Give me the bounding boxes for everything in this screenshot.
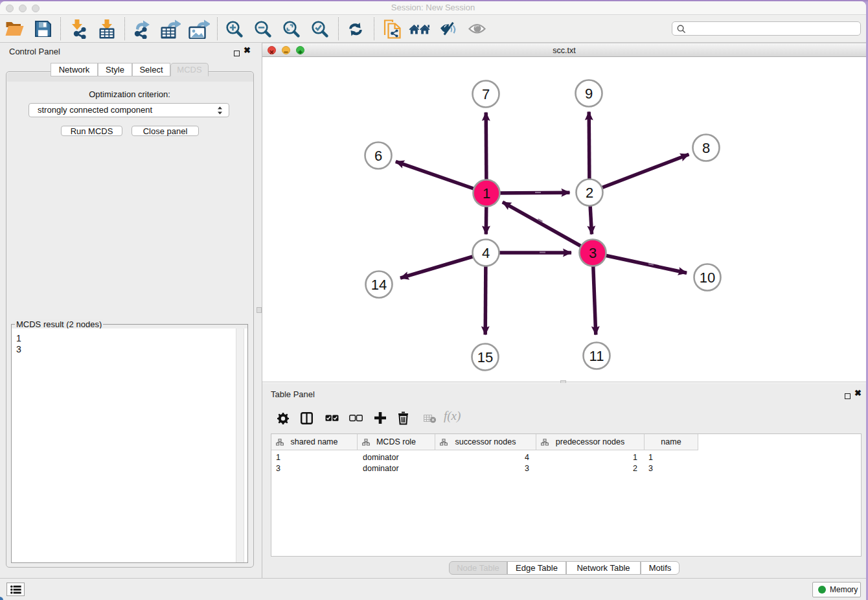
svg-text:9: 9 (585, 86, 593, 102)
svg-text:8: 8 (702, 140, 710, 156)
svg-text:1: 1 (483, 185, 490, 202)
svg-text:3: 3 (589, 245, 597, 261)
svg-text:7: 7 (482, 86, 490, 102)
svg-text:15: 15 (477, 349, 493, 365)
svg-text:14: 14 (371, 277, 387, 293)
svg-text:11: 11 (589, 348, 604, 364)
svg-text:10: 10 (700, 270, 715, 286)
svg-text:6: 6 (374, 148, 382, 164)
svg-text:4: 4 (482, 245, 490, 261)
svg-text:2: 2 (586, 185, 593, 201)
